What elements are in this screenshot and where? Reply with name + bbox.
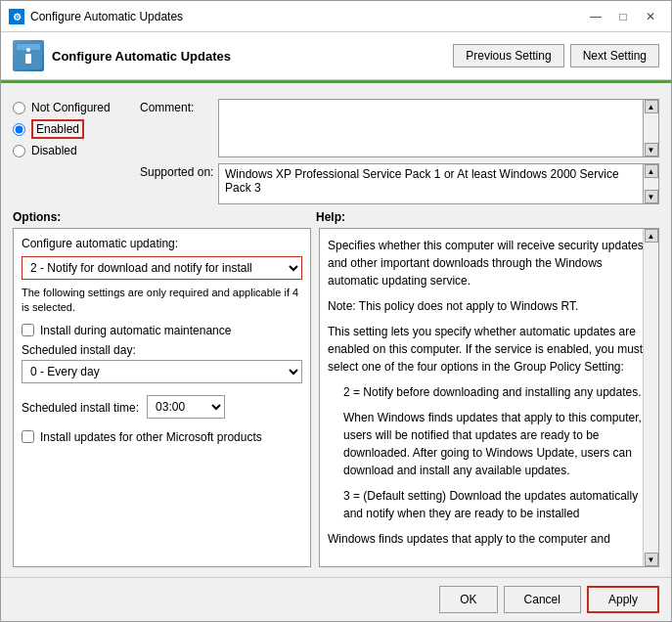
disabled-label: Disabled (31, 144, 77, 157)
install-other-products-checkbox[interactable] (22, 430, 34, 443)
next-setting-button[interactable]: Next Setting (570, 44, 659, 67)
svg-text:⚙: ⚙ (13, 12, 22, 22)
window-title: Configure Automatic Updates (30, 10, 583, 23)
help-text: Specifies whether this computer will rec… (328, 237, 650, 548)
not-configured-label: Not Configured (31, 101, 111, 114)
comment-textarea[interactable] (218, 99, 644, 157)
main-content: Not Configured Enabled Disabled Comment: (1, 89, 671, 577)
help-scrollbar: ▲ ▼ (643, 229, 658, 566)
scheduled-time-row: Scheduled install time: 00:00 01:00 02:0… (22, 395, 302, 424)
scheduled-day-label: Scheduled install day: (22, 343, 302, 357)
header-buttons: Previous Setting Next Setting (453, 44, 659, 67)
scheduled-day-dropdown[interactable]: 0 - Every day 1 - Sunday 2 - Monday 3 - … (22, 360, 302, 383)
help-panel: Specifies whether this computer will rec… (319, 228, 659, 567)
supported-row: Supported on: Windows XP Professional Se… (140, 163, 659, 204)
help-p6: 3 = (Default setting) Download the updat… (343, 487, 650, 522)
scroll-track (645, 113, 658, 143)
supported-scroll-down[interactable]: ▼ (645, 190, 658, 203)
window-icon: ⚙ (9, 9, 24, 24)
help-p5: When Windows finds updates that apply to… (343, 409, 650, 479)
header-title: Configure Automatic Updates (52, 49, 231, 64)
install-other-products-row: Install updates for other Microsoft prod… (22, 430, 302, 444)
apply-button[interactable]: Apply (587, 586, 659, 613)
scroll-up-arrow[interactable]: ▲ (645, 100, 658, 113)
footer: OK Cancel Apply (1, 577, 671, 621)
header-icon (13, 40, 44, 71)
section-headers: Options: Help: (13, 210, 659, 224)
install-maintenance-label: Install during automatic maintenance (40, 324, 231, 337)
not-configured-radio[interactable] (13, 102, 25, 114)
comment-row: Comment: ▲ ▼ (140, 99, 659, 157)
help-p3: This setting lets you specify whether au… (328, 323, 650, 376)
supported-scroll-track (645, 178, 658, 190)
disabled-radio[interactable] (13, 145, 25, 157)
options-panel: Configure automatic updating: 2 - Notify… (13, 228, 311, 567)
header-bar: Configure Automatic Updates Previous Set… (1, 32, 671, 80)
minimize-button[interactable]: — (583, 6, 608, 27)
help-scroll-down[interactable]: ▼ (645, 553, 658, 566)
title-bar-controls: — □ ✕ (583, 6, 663, 27)
scheduled-time-label: Scheduled install time: (22, 401, 139, 415)
main-window: ⚙ Configure Automatic Updates — □ ✕ Conf… (0, 0, 672, 622)
not-configured-radio-label[interactable]: Not Configured (13, 101, 140, 114)
cancel-button[interactable]: Cancel (504, 586, 581, 613)
ok-button[interactable]: OK (439, 586, 497, 613)
enabled-radio-label[interactable]: Enabled (13, 119, 140, 139)
options-header: Options: (13, 210, 61, 224)
install-other-products-label: Install updates for other Microsoft prod… (40, 430, 262, 444)
previous-setting-button[interactable]: Previous Setting (453, 44, 563, 67)
supported-value: Windows XP Professional Service Pack 1 o… (218, 163, 644, 204)
options-header-cell: Options: (13, 210, 316, 224)
svg-rect-5 (25, 54, 31, 64)
header-left: Configure Automatic Updates (13, 40, 231, 71)
help-p4: 2 = Notify before downloading and instal… (343, 383, 650, 401)
enabled-radio[interactable] (13, 123, 25, 136)
comment-label: Comment: (140, 99, 218, 114)
scroll-down-arrow[interactable]: ▼ (645, 143, 658, 156)
comment-supported-area: Comment: ▲ ▼ Supported on: Windows (140, 99, 659, 204)
green-divider (1, 80, 671, 83)
install-maintenance-checkbox[interactable] (22, 324, 34, 336)
options-help-area: Configure automatic updating: 2 - Notify… (13, 228, 659, 567)
configure-dropdown[interactable]: 2 - Notify for download and notify for i… (22, 256, 302, 280)
supported-input-wrapper: Windows XP Professional Service Pack 1 o… (218, 163, 659, 204)
title-bar: ⚙ Configure Automatic Updates — □ ✕ (1, 1, 671, 32)
help-p2: Note: This policy does not apply to Wind… (328, 297, 650, 315)
close-button[interactable]: ✕ (638, 6, 663, 27)
maximize-button[interactable]: □ (610, 6, 636, 27)
supported-scrollbar: ▲ ▼ (644, 163, 659, 204)
enabled-label: Enabled (31, 119, 84, 139)
help-p7: Windows finds updates that apply to the … (328, 530, 650, 548)
comment-scrollbar: ▲ ▼ (644, 99, 659, 157)
help-header-cell: Help: (316, 210, 659, 224)
options-note: The following settings are only required… (22, 286, 302, 316)
help-header: Help: (316, 210, 345, 224)
help-scroll-track (645, 243, 658, 553)
help-scroll-up[interactable]: ▲ (645, 229, 658, 243)
supported-label: Supported on: (140, 163, 218, 179)
help-p1: Specifies whether this computer will rec… (328, 237, 650, 289)
comment-input-wrapper: ▲ ▼ (218, 99, 659, 157)
supported-scroll-up[interactable]: ▲ (645, 164, 658, 178)
scheduled-day-row: Scheduled install day: 0 - Every day 1 -… (22, 343, 302, 389)
scheduled-time-dropdown[interactable]: 00:00 01:00 02:00 03:00 04:00 (147, 395, 225, 419)
disabled-radio-label[interactable]: Disabled (13, 144, 140, 157)
configure-label: Configure automatic updating: (22, 237, 302, 250)
install-maintenance-row: Install during automatic maintenance (22, 324, 302, 337)
radio-section: Not Configured Enabled Disabled (13, 99, 140, 204)
svg-point-4 (26, 48, 30, 52)
